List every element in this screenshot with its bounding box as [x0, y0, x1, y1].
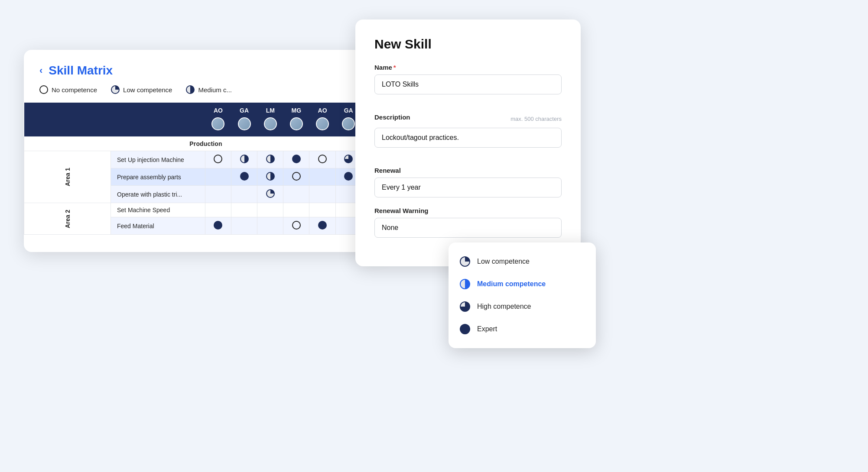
medium-competence-icon	[186, 85, 195, 94]
skill-cell	[257, 217, 283, 235]
skill-matrix-title: Skill Matrix	[49, 64, 113, 78]
skill-cell	[231, 217, 257, 235]
description-label-row: Description max. 500 characters	[374, 113, 562, 124]
matrix-corner-cell2	[111, 103, 205, 116]
description-label: Description	[374, 113, 410, 121]
no-competence-icon	[39, 85, 48, 94]
no-comp-icon	[292, 172, 301, 181]
section-production: Production	[24, 137, 388, 151]
skill-cell	[205, 203, 231, 217]
dropdown-label-expert: Expert	[477, 325, 497, 333]
three-q-comp-icon	[344, 155, 353, 163]
emp-header-3: MG	[283, 103, 309, 116]
full-comp-icon	[292, 155, 301, 163]
renewal-label: Renewal	[374, 167, 562, 174]
skill-cell	[283, 151, 309, 168]
skill-cell	[309, 168, 335, 186]
legend: No competence Low competence Medium c...	[24, 85, 388, 103]
back-chevron-icon[interactable]: ‹	[39, 65, 42, 76]
avatar-4	[309, 116, 335, 137]
name-label: Name *	[374, 64, 562, 71]
skill-cell	[309, 217, 335, 235]
table-row: Area 1 Set Up injection Machine	[24, 151, 388, 168]
skill-cell	[283, 203, 309, 217]
high-competence-icon	[460, 301, 470, 312]
avatar-img-4	[316, 117, 329, 130]
dropdown-label-high: High competence	[477, 303, 531, 310]
dropdown-label-low: Low competence	[477, 258, 530, 265]
skill-cell	[257, 203, 283, 217]
skill-cell	[205, 217, 231, 235]
required-star: *	[393, 64, 396, 71]
skill-cell	[231, 168, 257, 186]
name-input[interactable]	[374, 74, 562, 94]
no-comp-icon	[292, 221, 301, 230]
renewal-warning-field-group: Renewal Warning	[374, 207, 562, 238]
avatar-img-0	[211, 117, 224, 130]
avatar-corner1	[24, 116, 111, 137]
matrix-avatar-row	[24, 116, 388, 137]
skill-matrix-card: ‹ Skill Matrix No competence Low compete…	[24, 50, 388, 252]
task-name-operate: Operate with plastic tri...	[111, 186, 205, 203]
skill-cell	[283, 186, 309, 203]
matrix-header-initials-row: AO GA LM MG AO GA LM	[24, 103, 388, 116]
description-field-group: Description max. 500 characters	[374, 113, 562, 157]
dropdown-item-high[interactable]: High competence	[449, 295, 596, 318]
full-comp-icon	[344, 172, 353, 181]
avatar-0	[205, 116, 231, 137]
legend-no-competence-label: No competence	[52, 86, 97, 94]
skill-cell	[231, 151, 257, 168]
name-field-group: Name *	[374, 64, 562, 104]
area-label-1: Area 1	[24, 151, 111, 203]
section-label-production: Production	[24, 137, 388, 151]
emp-header-4: AO	[309, 103, 335, 116]
skill-cell	[309, 151, 335, 168]
low-competence-icon	[460, 256, 470, 267]
low-competence-icon	[111, 85, 120, 94]
emp-header-2: LM	[257, 103, 283, 116]
renewal-warning-input[interactable]	[374, 218, 562, 238]
dropdown-label-medium: Medium competence	[477, 280, 546, 288]
legend-low-competence: Low competence	[111, 85, 172, 94]
full-comp-icon	[214, 221, 222, 230]
medium-competence-icon	[460, 279, 470, 289]
avatar-corner2	[111, 116, 205, 137]
task-name-feedmaterial: Feed Material	[111, 217, 205, 235]
skill-cell	[283, 168, 309, 186]
description-hint: max. 500 characters	[510, 116, 562, 122]
avatar-img-1	[238, 117, 251, 130]
legend-no-competence: No competence	[39, 85, 97, 94]
half-comp-icon	[266, 172, 275, 181]
full-comp-icon	[240, 172, 249, 181]
avatar-img-5	[342, 117, 355, 130]
avatar-2	[257, 116, 283, 137]
area-label-2: Area 2	[24, 203, 111, 235]
emp-header-0: AO	[205, 103, 231, 116]
dropdown-item-expert[interactable]: Expert	[449, 318, 596, 340]
skill-cell	[257, 186, 283, 203]
half-comp-icon	[266, 155, 275, 163]
skill-cell	[205, 186, 231, 203]
competence-dropdown: Low competence Medium competence High co…	[449, 242, 596, 348]
emp-header-1: GA	[231, 103, 257, 116]
skill-cell	[231, 186, 257, 203]
renewal-input[interactable]	[374, 178, 562, 197]
half-comp-icon	[240, 155, 249, 163]
skill-cell	[257, 168, 283, 186]
task-name-prepare: Prepare assembly parts	[111, 168, 205, 186]
matrix-corner-cell	[24, 103, 111, 116]
matrix-body: Production Area 1 Set Up injection Machi…	[24, 137, 388, 235]
new-skill-card: New Skill Name * Description max. 500 ch…	[355, 19, 581, 266]
skill-cell	[231, 203, 257, 217]
description-input[interactable]	[374, 128, 562, 148]
skill-cell	[309, 203, 335, 217]
avatar-1	[231, 116, 257, 137]
dropdown-item-medium[interactable]: Medium competence	[449, 273, 596, 295]
avatar-img-3	[290, 117, 303, 130]
new-skill-title: New Skill	[374, 37, 562, 52]
renewal-field-group: Renewal	[374, 167, 562, 197]
renewal-warning-label: Renewal Warning	[374, 207, 562, 214]
dropdown-item-low[interactable]: Low competence	[449, 250, 596, 273]
table-row: Area 2 Set Machine Speed	[24, 203, 388, 217]
skill-matrix-table: AO GA LM MG AO GA LM	[24, 103, 388, 235]
